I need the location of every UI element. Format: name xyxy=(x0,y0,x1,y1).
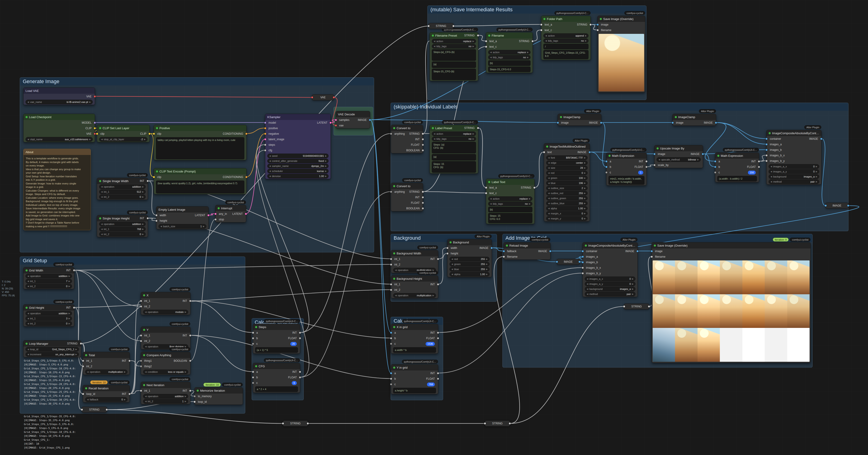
widget-right-arrow[interactable]: ▶ xyxy=(185,371,186,373)
output-port-int[interactable] xyxy=(437,258,439,260)
widget-right-arrow[interactable]: ▶ xyxy=(472,138,474,140)
widget-value[interactable]: 255 xyxy=(481,263,485,265)
widget-denoise[interactable]: ◀denoise1.00▶ xyxy=(267,174,329,178)
widget-value[interactable]: 1.00 xyxy=(480,273,485,276)
widget-value[interactable]: 919499004001581 xyxy=(303,154,324,157)
node-string-r2[interactable]: STRING xyxy=(283,421,308,426)
input-port-text_c[interactable] xyxy=(485,192,487,194)
input-port-height[interactable] xyxy=(155,220,158,222)
input-port-a[interactable] xyxy=(252,371,254,373)
text-widget[interactable]: {a} xyxy=(432,154,476,161)
node-titlebar[interactable]: Positive xyxy=(154,125,246,131)
input-port-container[interactable] xyxy=(765,138,768,140)
widget-value[interactable]: images_a xyxy=(804,175,815,178)
output-port-int[interactable] xyxy=(147,180,149,182)
output-port-int[interactable] xyxy=(422,196,424,198)
widget-tidy_tags[interactable]: ◀tidy_tagsno▶ xyxy=(488,201,532,206)
widget-left-arrow[interactable]: ◀ xyxy=(269,160,271,162)
input-port[interactable] xyxy=(428,25,430,27)
widget-int_1[interactable]: ◀int_1512▶ xyxy=(99,190,146,194)
widget-value[interactable]: addition xyxy=(59,312,68,315)
node-titlebar[interactable]: Convert to xyxy=(391,125,423,131)
widget-operation[interactable]: ◀operationmodulo▶ xyxy=(143,310,188,314)
widget-left-arrow[interactable]: ◀ xyxy=(771,180,772,183)
image-preview[interactable] xyxy=(599,34,644,91)
widget-int_2[interactable]: ◀int_21▶ xyxy=(143,399,188,404)
output-port-image[interactable] xyxy=(702,153,704,155)
node-y-node[interactable]: comfyui-cyclistYint_1INTint_2◀operationf… xyxy=(141,326,190,349)
node-titlebar[interactable]: About xyxy=(24,149,91,155)
widget-left-arrow[interactable]: ◀ xyxy=(587,293,588,295)
node-math-exp-1[interactable]: pythongosssss/ComfyUI-C...Math Expressio… xyxy=(606,152,647,186)
widget-left-arrow[interactable]: ◀ xyxy=(145,371,147,373)
text-widget[interactable]: Steps: {a} CFG: {b} xyxy=(432,142,476,153)
node-titlebar[interactable]: X in grid xyxy=(391,324,438,330)
widget-right-arrow[interactable]: ▶ xyxy=(185,400,186,402)
input-port-steps[interactable] xyxy=(264,144,267,146)
output-port-int[interactable] xyxy=(299,371,301,373)
widget-value[interactable]: pair xyxy=(627,293,631,295)
widget-right-arrow[interactable]: ▶ xyxy=(142,233,144,235)
input-port-negative[interactable] xyxy=(264,133,267,135)
widget-right-arrow[interactable]: ▶ xyxy=(325,170,327,172)
widget-value[interactable]: no xyxy=(581,39,584,42)
node-image-r1[interactable]: IMAGE xyxy=(557,259,580,265)
output-port-image[interactable] xyxy=(588,151,591,153)
input-port-clip[interactable] xyxy=(153,176,155,178)
input-port-filename[interactable] xyxy=(596,29,599,31)
widget-left-arrow[interactable]: ◀ xyxy=(395,294,397,296)
widget-left-arrow[interactable]: ◀ xyxy=(27,322,29,325)
input-port[interactable] xyxy=(282,422,284,425)
node-titlebar[interactable]: KSampler xyxy=(265,114,331,120)
input-port-int_1[interactable] xyxy=(390,283,392,286)
node-titlebar[interactable]: Load Checkpoint xyxy=(24,114,95,120)
node-titlebar[interactable]: Label PresetSTRING xyxy=(430,125,478,131)
node-titlebar[interactable]: Math Expression xyxy=(607,153,647,159)
widget-value[interactable]: replace xyxy=(463,133,471,135)
output-port-string[interactable] xyxy=(531,40,534,42)
widget-outline_red[interactable]: ◀outline_red255▶ xyxy=(546,191,588,196)
input-port-image[interactable] xyxy=(596,24,599,26)
node-compare-anything[interactable]: comfyui-cyclistCompare Anythingthing1BOO… xyxy=(141,352,190,375)
widget-right-arrow[interactable]: ▶ xyxy=(632,283,633,285)
input-port-image[interactable] xyxy=(651,250,653,252)
output-port-string[interactable] xyxy=(422,133,424,135)
output-port-int[interactable] xyxy=(128,393,131,395)
widget-value[interactable]: 255 xyxy=(579,202,583,205)
node-save-grid[interactable]: Iteration: 9comfyui-cyclistSave Image (O… xyxy=(652,242,811,363)
node-titlebar[interactable]: Load VAE xyxy=(24,88,95,94)
text-widget[interactable]: (a + 1) * 5 xyxy=(255,347,298,353)
node-convert-1[interactable]: comfyui-cyclistConvert toanythingSTRINGI… xyxy=(391,125,423,153)
widget-left-arrow[interactable]: ◀ xyxy=(658,159,660,161)
output-port-latent[interactable] xyxy=(330,121,332,124)
output-port-conditioning[interactable] xyxy=(245,133,248,135)
input-port-positive[interactable] xyxy=(264,127,267,130)
widget-right-arrow[interactable]: ▶ xyxy=(124,371,126,373)
widget-left-arrow[interactable]: ◀ xyxy=(490,203,492,205)
node-label-preset[interactable]: pythongosssss/ComfyUI-C...Label PresetST… xyxy=(430,125,478,174)
input-port-int_2[interactable] xyxy=(140,340,142,342)
widget-right-arrow[interactable]: ▶ xyxy=(584,212,586,215)
widget-left-arrow[interactable]: ◀ xyxy=(548,192,550,194)
input-port[interactable] xyxy=(484,422,486,425)
node-filename[interactable]: pythongosssss/ComfyUI-C...Filenametext_a… xyxy=(486,32,533,73)
widget-value[interactable]: 28 xyxy=(580,167,583,169)
widget-red[interactable]: ◀red0▶ xyxy=(546,171,588,175)
widget-value[interactable]: 255 xyxy=(481,268,485,271)
widget-right-arrow[interactable]: ▶ xyxy=(585,39,587,42)
node-titlebar[interactable]: Single Image HeightINT xyxy=(97,215,148,221)
widget-left-arrow[interactable]: ◀ xyxy=(548,217,550,220)
input-port-a[interactable] xyxy=(252,332,254,334)
node-titlebar[interactable]: Compare Anything xyxy=(141,352,190,358)
widget-right-arrow[interactable]: ▶ xyxy=(816,165,817,168)
widget-left-arrow[interactable]: ◀ xyxy=(269,175,271,177)
widget-red[interactable]: ◀red255▶ xyxy=(450,257,490,261)
widget-left-arrow[interactable]: ◀ xyxy=(771,165,772,168)
node-total[interactable]: comfyui-cyclistTotalint_1INTint_2◀operat… xyxy=(83,352,130,375)
node-grid-height[interactable]: comfyui-cyclistGrid HeightINT◀operationa… xyxy=(23,305,74,326)
widget-right-arrow[interactable]: ▶ xyxy=(585,34,587,37)
group-title[interactable]: (skippable) Individual Labels xyxy=(391,103,848,111)
input-port-images_b_y[interactable] xyxy=(765,160,768,162)
widget-left-arrow[interactable]: ◀ xyxy=(434,40,435,42)
output-port-float[interactable] xyxy=(758,166,760,168)
